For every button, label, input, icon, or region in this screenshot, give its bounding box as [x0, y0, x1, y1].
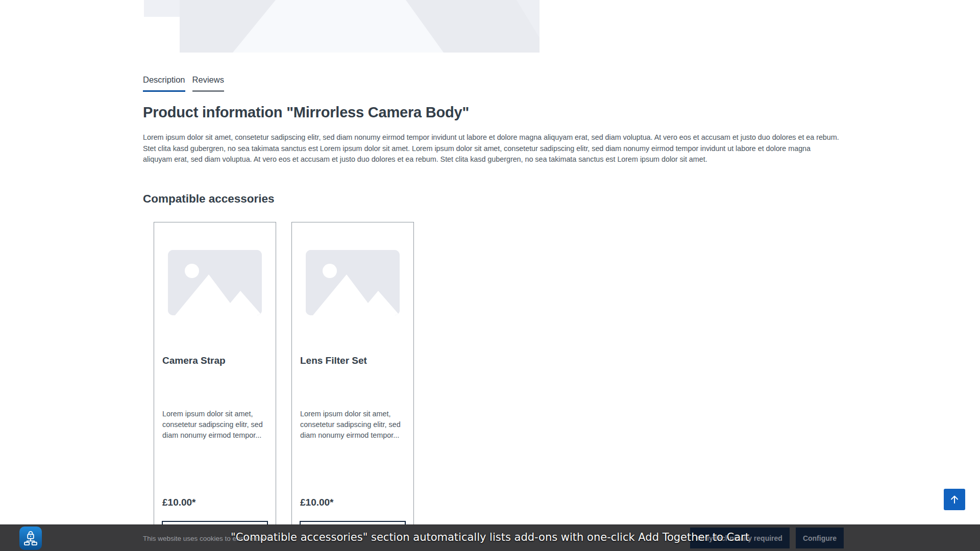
product-tabs: Description Reviews — [143, 75, 224, 92]
image-placeholder-icon — [168, 250, 262, 315]
gallery-thumbnail[interactable] — [144, 0, 180, 17]
accessory-price: £10.00* — [162, 497, 196, 508]
accessory-price: £10.00* — [300, 497, 334, 508]
accessory-name[interactable]: Lens Filter Set — [300, 355, 367, 366]
accessory-card-list: Camera Strap Lorem ipsum dolor sit amet,… — [154, 222, 414, 551]
product-image-placeholder — [180, 0, 540, 53]
accessory-image-placeholder — [168, 250, 262, 315]
accessory-card-lens-filter-set[interactable]: Lens Filter Set Lorem ipsum dolor sit am… — [291, 222, 414, 551]
product-description-text: Lorem ipsum dolor sit amet, consetetur s… — [143, 132, 840, 165]
image-placeholder-icon — [306, 250, 400, 315]
cookie-actions: Only technically required Configure — [690, 528, 844, 548]
arrow-up-icon — [949, 494, 960, 505]
tab-description[interactable]: Description — [143, 75, 185, 92]
accessory-card-camera-strap[interactable]: Camera Strap Lorem ipsum dolor sit amet,… — [154, 222, 276, 551]
accessory-description: Lorem ipsum dolor sit amet, consetetur s… — [300, 409, 406, 441]
compatible-accessories-heading: Compatible accessories — [143, 192, 275, 206]
product-information-title: Product information "Mirrorless Camera B… — [143, 104, 469, 121]
scroll-to-top-button[interactable] — [944, 489, 965, 510]
cookie-consent-bar: This website uses cookies to ensure the … — [0, 524, 980, 551]
tab-reviews[interactable]: Reviews — [192, 75, 224, 92]
privacy-lock-icon[interactable] — [19, 527, 42, 550]
accessory-description: Lorem ipsum dolor sit amet, consetetur s… — [162, 409, 268, 441]
accessory-image-placeholder — [306, 250, 400, 315]
accessory-name[interactable]: Camera Strap — [162, 355, 226, 366]
cookie-message: This website uses cookies to ensure the … — [143, 525, 271, 551]
image-placeholder-mountains-icon — [180, 0, 540, 53]
configure-button[interactable]: Configure — [796, 528, 844, 548]
only-technically-required-button[interactable]: Only technically required — [690, 528, 790, 548]
